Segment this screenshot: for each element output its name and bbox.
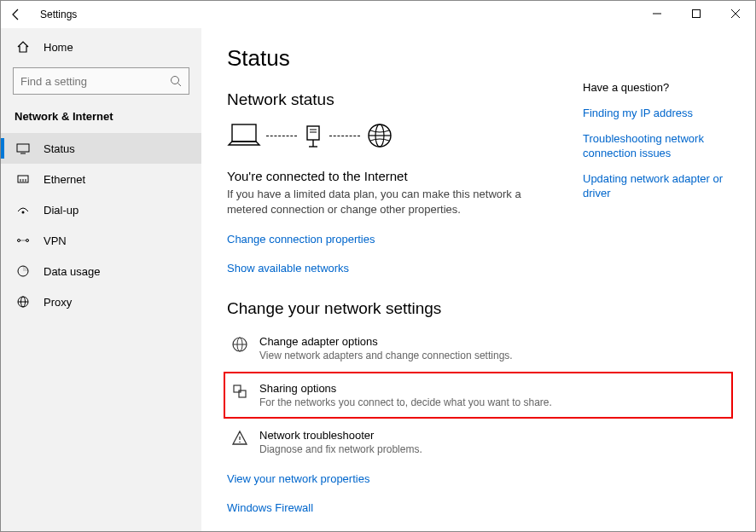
sidebar-item-dialup[interactable]: Dial-up — [1, 194, 201, 225]
svg-rect-33 — [239, 390, 246, 397]
home-icon — [15, 40, 32, 54]
link-view-network-properties[interactable]: View your network properties — [227, 472, 369, 485]
setting-change-adapter-options[interactable]: Change adapter options View network adap… — [227, 330, 730, 367]
sidebar-item-label: Status — [44, 142, 75, 155]
sidebar-item-label: VPN — [44, 234, 67, 247]
search-box[interactable] — [13, 67, 189, 95]
link-network-sharing-center[interactable]: Network and Sharing Center — [227, 530, 367, 531]
datausage-icon — [15, 264, 32, 278]
sidebar-item-vpn[interactable]: VPN — [1, 225, 201, 256]
laptop-icon — [227, 121, 261, 150]
adapter-icon — [229, 336, 251, 353]
highlighted-sharing-options: Sharing options For the networks you con… — [224, 372, 733, 419]
sidebar-item-label: Dial-up — [44, 204, 79, 217]
sidebar-item-datausage[interactable]: Data usage — [1, 256, 201, 286]
help-heading: Have a question? — [583, 81, 736, 94]
sidebar-item-ethernet[interactable]: Ethernet — [1, 164, 201, 194]
svg-point-35 — [239, 442, 241, 443]
main-content: Status Network status You're connected t… — [201, 28, 755, 531]
connection-line — [266, 136, 297, 136]
search-icon — [170, 75, 182, 87]
svg-rect-21 — [307, 126, 319, 140]
sidebar: Home Network & Internet Status Ethernet … — [1, 28, 201, 531]
connection-line — [329, 136, 360, 136]
setting-desc: View network adapters and change connect… — [259, 350, 513, 361]
back-button[interactable] — [9, 8, 33, 21]
setting-sharing-options[interactable]: Sharing options For the networks you con… — [227, 377, 730, 413]
dialup-icon — [15, 203, 32, 217]
link-show-available-networks[interactable]: Show available networks — [227, 262, 349, 275]
troubleshooter-icon — [229, 430, 251, 447]
close-icon — [731, 9, 740, 18]
home-label: Home — [44, 41, 73, 54]
setting-title: Network troubleshooter — [259, 429, 422, 442]
help-link-troubleshoot[interactable]: Troubleshooting network connection issue… — [583, 131, 736, 161]
svg-rect-32 — [234, 385, 241, 392]
sidebar-item-proxy[interactable]: Proxy — [1, 286, 201, 317]
sidebar-item-label: Ethernet — [44, 173, 85, 186]
window-title: Settings — [40, 9, 77, 20]
page-title: Status — [227, 45, 730, 72]
help-link-update-adapter[interactable]: Updating network adapter or driver — [583, 171, 736, 201]
link-windows-firewall[interactable]: Windows Firewall — [227, 501, 313, 514]
setting-desc: For the networks you connect to, decide … — [259, 396, 552, 408]
help-link-ip[interactable]: Finding my IP address — [583, 106, 736, 121]
sidebar-item-label: Data usage — [44, 265, 101, 278]
svg-point-12 — [22, 211, 25, 214]
minimize-icon — [653, 9, 661, 18]
close-button[interactable] — [716, 1, 755, 26]
arrow-left-icon — [9, 8, 23, 21]
setting-title: Change adapter options — [259, 335, 513, 348]
status-icon — [15, 142, 32, 155]
search-input[interactable] — [20, 75, 170, 88]
vpn-icon — [15, 234, 32, 247]
setting-network-troubleshooter[interactable]: Network troubleshooter Diagnose and fix … — [227, 424, 730, 460]
link-change-connection-properties[interactable]: Change connection properties — [227, 233, 375, 246]
maximize-button[interactable] — [677, 1, 716, 26]
connected-desc: If you have a limited data plan, you can… — [227, 187, 534, 217]
minimize-button[interactable] — [637, 1, 677, 26]
svg-rect-6 — [17, 144, 29, 152]
ethernet-icon — [15, 172, 32, 186]
proxy-icon — [15, 295, 32, 309]
svg-point-4 — [172, 77, 179, 84]
category-title: Network & Internet — [1, 103, 201, 133]
svg-rect-20 — [232, 124, 256, 142]
maximize-icon — [692, 9, 701, 18]
help-column: Have a question? Finding my IP address T… — [583, 81, 736, 211]
svg-rect-1 — [693, 10, 701, 18]
home-button[interactable]: Home — [1, 32, 201, 62]
globe-icon — [365, 121, 394, 150]
svg-line-5 — [178, 84, 182, 87]
setting-desc: Diagnose and fix network problems. — [259, 443, 422, 455]
setting-title: Sharing options — [259, 382, 552, 395]
section-change-settings: Change your network settings — [227, 299, 730, 318]
sidebar-item-label: Proxy — [44, 296, 72, 309]
router-icon — [302, 121, 324, 150]
svg-point-13 — [18, 240, 20, 242]
sharing-icon — [229, 383, 251, 400]
svg-point-14 — [26, 240, 29, 242]
sidebar-item-status[interactable]: Status — [1, 133, 201, 164]
